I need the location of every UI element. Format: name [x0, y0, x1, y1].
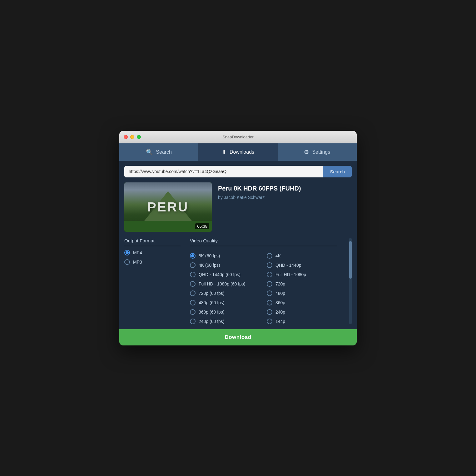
radio-mp3[interactable]: [124, 259, 130, 265]
quality-720p60-label: 720p (60 fps): [199, 291, 225, 296]
quality-480p-label: 480p: [275, 291, 285, 296]
quality-col-1: 8K (60 fps) 4K (60 fps) QHD - 1440p (60 …: [190, 249, 260, 324]
main-content: Search PERU 05:38 Peru 8K HDR 60FPS (FUH…: [119, 161, 357, 329]
quality-240p[interactable]: 240p: [267, 309, 337, 315]
video-thumbnail: PERU 05:38: [124, 182, 212, 232]
video-meta: Peru 8K HDR 60FPS (FUHD) by Jacob Katie …: [218, 182, 352, 232]
quality-480p[interactable]: 480p: [267, 290, 337, 296]
window-title: SnapDownloader: [222, 135, 254, 139]
video-duration: 05:38: [195, 223, 209, 229]
output-format-section: Output Format MP4 MP3: [124, 238, 181, 324]
radio-144p[interactable]: [267, 319, 272, 324]
scrollbar-track[interactable]: [349, 238, 352, 324]
tab-downloads[interactable]: ⬇ Downloads: [198, 143, 277, 161]
traffic-lights: [124, 135, 141, 139]
radio-fhd[interactable]: [267, 272, 272, 277]
radio-4k[interactable]: [267, 253, 272, 259]
quality-360p-label: 360p: [275, 300, 285, 305]
close-button[interactable]: [124, 135, 128, 139]
download-icon: ⬇: [222, 149, 226, 156]
radio-360p[interactable]: [267, 300, 272, 305]
quality-480p60-label: 480p (60 fps): [199, 300, 225, 305]
quality-480p60[interactable]: 480p (60 fps): [190, 300, 260, 305]
quality-qhd-label: QHD - 1440p: [275, 263, 301, 268]
quality-8k60[interactable]: 8K (60 fps): [190, 253, 260, 259]
quality-col2-group: 4K QHD - 1440p Full HD - 1080p: [267, 253, 337, 324]
maximize-button[interactable]: [137, 135, 141, 139]
radio-4k60[interactable]: [190, 262, 196, 268]
radio-720p60[interactable]: [190, 290, 196, 296]
quality-4k-label: 4K: [275, 253, 281, 258]
format-mp4-label: MP4: [133, 250, 142, 255]
radio-qhd60[interactable]: [190, 272, 196, 277]
quality-720p-label: 720p: [275, 281, 285, 286]
search-icon: 🔍: [146, 149, 153, 156]
radio-480p[interactable]: [267, 290, 272, 296]
format-mp3[interactable]: MP3: [124, 259, 181, 265]
video-quality-section: Video Quality 8K (60 fps): [190, 238, 337, 324]
download-bar: Download: [119, 329, 357, 345]
quality-4k60-label: 4K (60 fps): [199, 263, 220, 268]
radio-240p60[interactable]: [190, 319, 196, 324]
video-author: by Jacob Katie Schwarz: [218, 195, 352, 200]
quality-360p[interactable]: 360p: [267, 300, 337, 305]
format-radio-group: MP4 MP3: [124, 250, 181, 265]
radio-240p[interactable]: [267, 309, 272, 315]
quality-8k60-label: 8K (60 fps): [199, 253, 220, 258]
download-button[interactable]: Download: [124, 334, 352, 340]
quality-240p60-label: 240p (60 fps): [199, 319, 225, 324]
format-mp4[interactable]: MP4: [124, 250, 181, 255]
app-window: SnapDownloader 🔍 Search ⬇ Downloads ⚙ Se…: [119, 131, 357, 345]
quality-qhd60[interactable]: QHD - 1440p (60 fps): [190, 272, 260, 277]
format-mp3-label: MP3: [133, 260, 142, 265]
scrollbar-thumb[interactable]: [349, 241, 352, 279]
quality-240p60[interactable]: 240p (60 fps): [190, 319, 260, 324]
quality-qhd[interactable]: QHD - 1440p: [267, 262, 337, 268]
quality-fhd[interactable]: Full HD - 1080p: [267, 272, 337, 277]
radio-qhd[interactable]: [267, 262, 272, 268]
gear-icon: ⚙: [304, 149, 309, 156]
tab-settings[interactable]: ⚙ Settings: [278, 143, 357, 161]
quality-4k60[interactable]: 4K (60 fps): [190, 262, 260, 268]
scrollable-content: Output Format MP4 MP3: [124, 238, 352, 324]
quality-columns: 8K (60 fps) 4K (60 fps) QHD - 1440p (60 …: [190, 249, 337, 324]
minimize-button[interactable]: [130, 135, 134, 139]
video-quality-label: Video Quality: [190, 238, 337, 246]
quality-col-2: 4K QHD - 1440p Full HD - 1080p: [267, 249, 337, 324]
tab-downloads-label: Downloads: [230, 149, 254, 155]
radio-fhd60[interactable]: [190, 281, 196, 287]
quality-720p[interactable]: 720p: [267, 281, 337, 287]
quality-240p-label: 240p: [275, 310, 285, 315]
options-section: Output Format MP4 MP3: [124, 238, 352, 324]
tab-search-label: Search: [156, 149, 172, 155]
options-area: Output Format MP4 MP3: [124, 238, 352, 324]
quality-144p-label: 144p: [275, 319, 285, 324]
quality-fhd60-label: Full HD - 1080p (60 fps): [199, 281, 245, 286]
quality-144p[interactable]: 144p: [267, 319, 337, 324]
quality-360p60[interactable]: 360p (60 fps): [190, 309, 260, 315]
quality-360p60-label: 360p (60 fps): [199, 310, 225, 315]
video-title: Peru 8K HDR 60FPS (FUHD): [218, 184, 352, 192]
navbar: 🔍 Search ⬇ Downloads ⚙ Settings: [119, 143, 357, 161]
url-bar: Search: [124, 166, 352, 177]
quality-fhd60[interactable]: Full HD - 1080p (60 fps): [190, 281, 260, 287]
radio-360p60[interactable]: [190, 309, 196, 315]
quality-fhd-label: Full HD - 1080p: [275, 272, 306, 277]
url-input[interactable]: [124, 166, 323, 177]
radio-8k60[interactable]: [190, 253, 196, 259]
radio-mp4[interactable]: [124, 250, 130, 255]
output-format-label: Output Format: [124, 238, 181, 246]
tab-settings-label: Settings: [312, 149, 330, 155]
titlebar: SnapDownloader: [119, 131, 357, 143]
radio-720p[interactable]: [267, 281, 272, 287]
quality-qhd60-label: QHD - 1440p (60 fps): [199, 272, 240, 277]
quality-4k[interactable]: 4K: [267, 253, 337, 259]
video-info: PERU 05:38 Peru 8K HDR 60FPS (FUHD) by J…: [124, 182, 352, 232]
radio-480p60[interactable]: [190, 300, 196, 305]
tab-search[interactable]: 🔍 Search: [119, 143, 198, 161]
quality-col1-group: 8K (60 fps) 4K (60 fps) QHD - 1440p (60 …: [190, 253, 260, 324]
search-button[interactable]: Search: [323, 166, 352, 177]
quality-720p60[interactable]: 720p (60 fps): [190, 290, 260, 296]
